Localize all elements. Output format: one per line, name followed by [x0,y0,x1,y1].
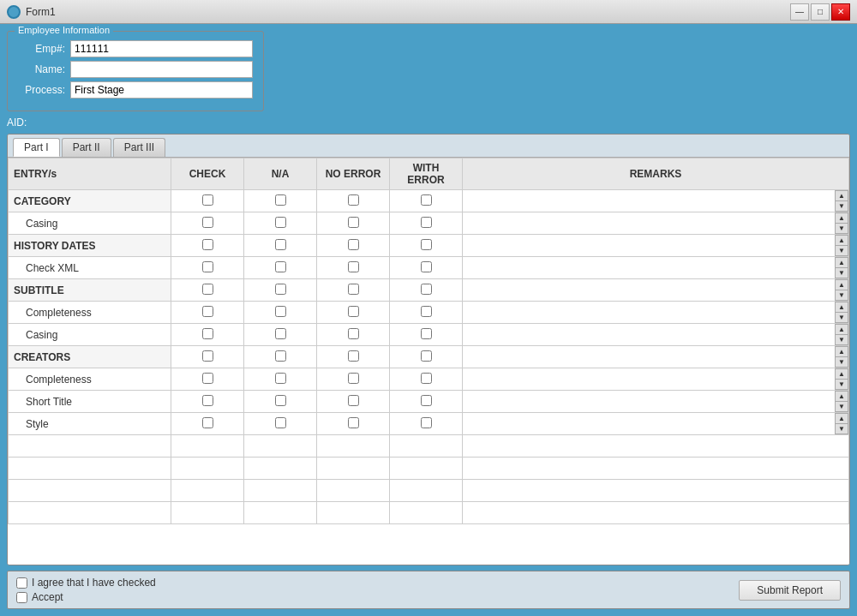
sub-witherror-cell[interactable] [390,413,463,435]
sub-check-cell[interactable] [171,302,244,324]
sub-noerror-cell[interactable] [317,391,390,413]
cat-noerror-checkbox[interactable] [348,194,359,206]
sub-noerror-cell[interactable] [317,257,390,279]
cat-check-cell[interactable] [171,279,244,302]
scroll-down-btn[interactable]: ▼ [835,223,848,234]
process-input[interactable] [70,81,253,99]
minimize-button[interactable]: — [790,3,809,21]
sub-check-cell[interactable] [171,413,244,435]
sub-na-cell[interactable] [244,212,317,235]
scroll-down-btn[interactable]: ▼ [835,401,848,412]
sub-witherror-checkbox[interactable] [421,373,432,384]
cat-check-checkbox[interactable] [202,350,213,362]
sub-noerror-cell[interactable] [317,324,390,346]
sub-na-cell[interactable] [244,413,317,435]
maximize-button[interactable]: □ [811,3,830,21]
sub-na-cell[interactable] [244,302,317,324]
submit-button[interactable]: Submit Report [739,580,841,601]
scroll-down-btn[interactable]: ▼ [835,356,848,368]
scroll-down-btn[interactable]: ▼ [835,379,848,390]
sub-check-cell[interactable] [171,324,244,346]
scroll-down-btn[interactable]: ▼ [835,290,848,301]
tab-part3[interactable]: Part III [113,138,165,157]
sub-witherror-cell[interactable] [390,324,463,346]
cat-na-checkbox[interactable] [275,194,286,206]
sub-check-checkbox[interactable] [202,217,213,228]
cat-witherror-checkbox[interactable] [421,284,432,295]
cat-witherror-cell[interactable] [390,190,463,212]
sub-witherror-checkbox[interactable] [421,417,432,428]
cat-na-checkbox[interactable] [275,350,286,362]
sub-na-checkbox[interactable] [275,328,286,339]
cat-witherror-checkbox[interactable] [421,194,432,206]
scroll-down-btn[interactable]: ▼ [835,200,848,212]
sub-noerror-checkbox[interactable] [348,373,359,384]
cat-noerror-checkbox[interactable] [348,284,359,295]
accept-checkbox[interactable] [16,592,27,603]
sub-na-cell[interactable] [244,368,317,391]
scroll-down-btn[interactable]: ▼ [835,423,848,434]
scroll-down-btn[interactable]: ▼ [835,334,848,345]
cat-na-checkbox[interactable] [275,239,286,250]
sub-witherror-cell[interactable] [390,302,463,324]
scroll-down-btn[interactable]: ▼ [835,267,848,278]
sub-check-checkbox[interactable] [202,373,213,384]
sub-noerror-cell[interactable] [317,212,390,235]
cat-witherror-checkbox[interactable] [421,239,432,250]
emp-input[interactable] [70,40,253,57]
cat-noerror-cell[interactable] [317,279,390,302]
cat-na-checkbox[interactable] [275,284,286,295]
sub-check-cell[interactable] [171,212,244,235]
sub-noerror-cell[interactable] [317,413,390,435]
cat-check-checkbox[interactable] [202,194,213,206]
agree-check-label[interactable]: I agree that I have checked [16,577,156,589]
cat-na-cell[interactable] [244,279,317,302]
sub-noerror-checkbox[interactable] [348,417,359,428]
sub-check-cell[interactable] [171,391,244,413]
sub-na-checkbox[interactable] [275,373,286,384]
sub-noerror-cell[interactable] [317,302,390,324]
sub-noerror-checkbox[interactable] [348,306,359,317]
sub-na-checkbox[interactable] [275,417,286,428]
sub-na-cell[interactable] [244,257,317,279]
cat-check-checkbox[interactable] [202,239,213,250]
cat-noerror-checkbox[interactable] [348,239,359,250]
cat-witherror-cell[interactable] [390,346,463,368]
tab-part2[interactable]: Part II [62,138,111,157]
sub-witherror-checkbox[interactable] [421,306,432,317]
tab-part1[interactable]: Part I [13,138,60,157]
sub-witherror-checkbox[interactable] [421,395,432,406]
sub-witherror-cell[interactable] [390,212,463,235]
sub-noerror-checkbox[interactable] [348,261,359,272]
cat-noerror-cell[interactable] [317,190,390,212]
cat-witherror-checkbox[interactable] [421,350,432,362]
sub-witherror-cell[interactable] [390,391,463,413]
sub-witherror-checkbox[interactable] [421,217,432,228]
sub-na-checkbox[interactable] [275,217,286,228]
sub-check-checkbox[interactable] [202,306,213,317]
cat-na-cell[interactable] [244,346,317,368]
cat-noerror-checkbox[interactable] [348,350,359,362]
cat-witherror-cell[interactable] [390,235,463,257]
scroll-down-btn[interactable]: ▼ [835,312,848,323]
sub-na-checkbox[interactable] [275,306,286,317]
sub-noerror-checkbox[interactable] [348,217,359,228]
accept-check-label[interactable]: Accept [16,591,156,603]
sub-check-checkbox[interactable] [202,261,213,272]
sub-check-cell[interactable] [171,257,244,279]
sub-check-cell[interactable] [171,368,244,391]
cat-check-cell[interactable] [171,190,244,212]
sub-na-checkbox[interactable] [275,261,286,272]
sub-noerror-cell[interactable] [317,368,390,391]
sub-noerror-checkbox[interactable] [348,395,359,406]
sub-noerror-checkbox[interactable] [348,328,359,339]
sub-na-cell[interactable] [244,391,317,413]
scroll-down-btn[interactable]: ▼ [835,245,848,256]
sub-witherror-checkbox[interactable] [421,261,432,272]
sub-check-checkbox[interactable] [202,328,213,339]
agree-checkbox[interactable] [16,577,27,589]
cat-noerror-cell[interactable] [317,346,390,368]
sub-check-checkbox[interactable] [202,417,213,428]
sub-check-checkbox[interactable] [202,395,213,406]
sub-witherror-checkbox[interactable] [421,328,432,339]
